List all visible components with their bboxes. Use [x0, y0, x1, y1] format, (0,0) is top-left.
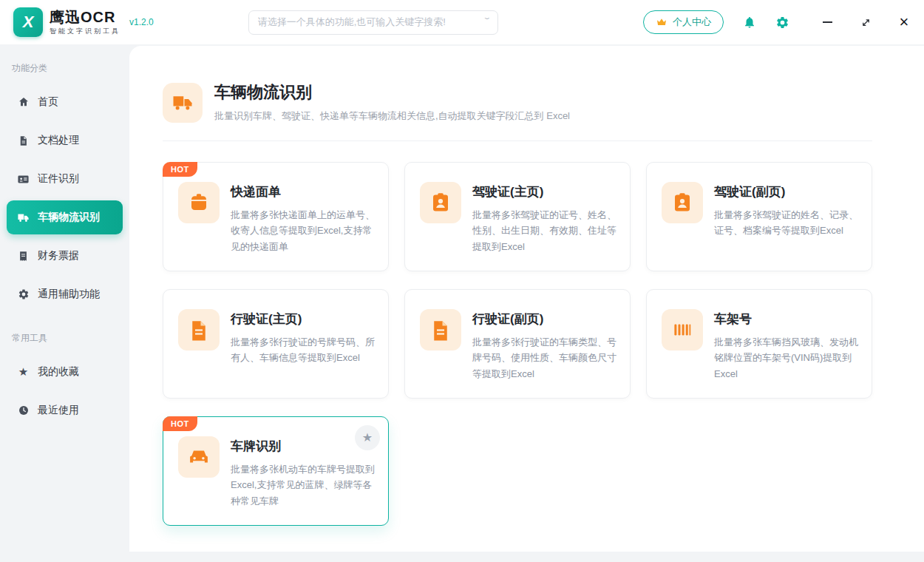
card-text: 车架号 批量将多张车辆挡风玻璃、发动机铭牌位置的车架号(VIN码)提取到Exce… — [714, 309, 860, 382]
sidebar-item-favorites[interactable]: ★ 我的收藏 — [7, 355, 123, 389]
gear-icon — [17, 288, 30, 301]
receipt-icon — [17, 250, 30, 263]
id-card-icon — [17, 173, 30, 186]
page-subtitle: 批量识别车牌、驾驶证、快递单等车辆物流相关信息,自动提取关键字段汇总到 Exce… — [214, 109, 570, 123]
topbar-actions: 个人中心 × — [643, 10, 911, 34]
crown-icon — [656, 16, 667, 28]
card-vehicle-license-sub[interactable]: 行驶证(副页) 批量将多张行驶证的车辆类型、号牌号码、使用性质、车辆颜色尺寸等提… — [404, 289, 631, 399]
sidebar-item-label: 首页 — [38, 95, 58, 109]
hot-badge: HOT — [163, 416, 197, 431]
document-icon — [17, 135, 30, 147]
resize-icon — [860, 17, 872, 28]
sidebar: 功能分类 首页 文档处理 证件识别 车辆物流识别 财务票据 通用辅助功 — [0, 44, 129, 562]
main-panel: 车辆物流识别 批量识别车牌、驾驶证、快递单等车辆物流相关信息,自动提取关键字段汇… — [129, 46, 924, 552]
sidebar-item-recent[interactable]: 最近使用 — [7, 393, 123, 427]
page-header-text: 车辆物流识别 批量识别车牌、驾驶证、快递单等车辆物流相关信息,自动提取关键字段汇… — [214, 83, 570, 123]
card-vin[interactable]: 车架号 批量将多张车辆挡风玻璃、发动机铭牌位置的车架号(VIN码)提取到Exce… — [646, 289, 872, 399]
close-button[interactable]: × — [897, 16, 911, 29]
barcode-icon — [662, 309, 703, 351]
truck-icon — [163, 83, 203, 123]
topbar: X 鹰迅OCR 智能文字识别工具 v1.2.0 请选择一个具体的功能,也可输入关… — [0, 0, 924, 44]
sidebar-section-tools-label: 常用工具 — [0, 325, 129, 351]
card-description: 批量将多张快递面单上的运单号、收寄人信息等提取到Excel,支持常见的快递面单 — [231, 207, 376, 254]
card-description: 批量将多张车辆挡风玻璃、发动机铭牌位置的车架号(VIN码)提取到Excel — [714, 334, 860, 382]
card-text: 快递面单 批量将多张快递面单上的运单号、收寄人信息等提取到Excel,支持常见的… — [231, 182, 376, 254]
sidebar-item-label: 车辆物流识别 — [38, 211, 100, 224]
sidebar-item-id-recognition[interactable]: 证件识别 — [7, 162, 123, 196]
sidebar-item-home[interactable]: 首页 — [7, 85, 123, 119]
sidebar-item-label: 通用辅助功能 — [38, 288, 100, 301]
sidebar-section-functions-label: 功能分类 — [0, 55, 129, 81]
minimize-icon — [823, 21, 832, 23]
app-subtitle: 智能文字识别工具 — [50, 27, 120, 36]
id-badge-icon — [662, 182, 703, 223]
brand: X 鹰迅OCR 智能文字识别工具 v1.2.0 — [13, 7, 154, 37]
clock-icon — [17, 404, 30, 417]
resize-button[interactable] — [859, 16, 872, 29]
hot-badge: HOT — [163, 162, 197, 177]
file-icon — [178, 309, 220, 351]
settings-gear-icon[interactable] — [775, 16, 789, 30]
favorite-star-button[interactable]: ★ — [355, 425, 380, 450]
window-controls: × — [821, 16, 911, 29]
home-icon — [17, 96, 30, 109]
card-vehicle-license-main[interactable]: 行驶证(主页) 批量将多张行驶证的号牌号码、所有人、车辆信息等提取到Excel — [163, 289, 389, 399]
sidebar-item-label: 最近使用 — [38, 404, 79, 417]
id-badge-icon — [420, 182, 461, 223]
card-title: 行驶证(主页) — [231, 311, 376, 328]
card-text: 行驶证(主页) 批量将多张行驶证的号牌号码、所有人、车辆信息等提取到Excel — [231, 309, 376, 366]
page-header: 车辆物流识别 批量识别车牌、驾驶证、快递单等车辆物流相关信息,自动提取关键字段汇… — [163, 83, 872, 123]
sidebar-item-label: 文档处理 — [38, 134, 79, 147]
sidebar-item-label: 财务票据 — [38, 249, 79, 263]
card-text: 车牌识别 批量将多张机动车的车牌号提取到Excel,支持常见的蓝牌、绿牌等各种常… — [231, 436, 376, 509]
sidebar-item-label: 证件识别 — [38, 172, 79, 186]
user-center-label: 个人中心 — [673, 16, 711, 29]
function-search-select[interactable]: 请选择一个具体的功能,也可输入关键字搜索! ˇ — [248, 10, 498, 35]
sidebar-item-label: 我的收藏 — [38, 365, 79, 379]
card-description: 批量将多张行驶证的车辆类型、号牌号码、使用性质、车辆颜色尺寸等提取到Excel — [472, 334, 618, 382]
app-name: 鹰迅OCR — [50, 9, 120, 25]
sidebar-item-general-tools[interactable]: 通用辅助功能 — [7, 277, 123, 311]
notifications-bell-icon[interactable] — [743, 16, 756, 29]
card-driver-license-main[interactable]: 驾驶证(主页) 批量将多张驾驶证的证号、姓名、性别、出生日期、有效期、住址等提取… — [404, 162, 631, 271]
app-logo-icon: X — [13, 7, 43, 37]
card-title: 驾驶证(主页) — [472, 183, 618, 200]
file-icon — [420, 309, 461, 351]
card-text: 驾驶证(副页) 批量将多张驾驶证的姓名、记录、证号、档案编号等提取到Excel — [714, 182, 860, 239]
car-icon — [178, 436, 220, 478]
user-center-button[interactable]: 个人中心 — [643, 10, 724, 34]
minimize-button[interactable] — [821, 16, 834, 29]
card-title: 车架号 — [714, 311, 860, 328]
card-plate-recognition[interactable]: HOT ★ 车牌识别 批量将多张机动车的车牌号提取到Excel,支持常见的蓝牌、… — [163, 416, 389, 526]
card-description: 批量将多张行驶证的号牌号码、所有人、车辆信息等提取到Excel — [231, 334, 376, 366]
search-placeholder: 请选择一个具体的功能,也可输入关键字搜索! — [258, 16, 486, 29]
truck-icon — [17, 211, 30, 224]
app-version: v1.2.0 — [129, 17, 154, 27]
page-title: 车辆物流识别 — [214, 83, 570, 102]
card-driver-license-sub[interactable]: 驾驶证(副页) 批量将多张驾驶证的姓名、记录、证号、档案编号等提取到Excel — [646, 162, 872, 271]
card-title: 行驶证(副页) — [472, 311, 618, 328]
sidebar-item-documents[interactable]: 文档处理 — [7, 123, 123, 158]
card-description: 批量将多张驾驶证的证号、姓名、性别、出生日期、有效期、住址等提取到Excel — [472, 207, 618, 254]
close-icon: × — [900, 16, 909, 29]
brand-text: 鹰迅OCR 智能文字识别工具 — [50, 9, 120, 36]
star-icon: ★ — [17, 366, 30, 379]
card-description: 批量将多张机动车的车牌号提取到Excel,支持常见的蓝牌、绿牌等各种常见车牌 — [231, 461, 376, 509]
card-text: 行驶证(副页) 批量将多张行驶证的车辆类型、号牌号码、使用性质、车辆颜色尺寸等提… — [472, 309, 618, 382]
divider — [163, 140, 872, 141]
card-title: 驾驶证(副页) — [714, 183, 860, 200]
sidebar-item-finance[interactable]: 财务票据 — [7, 239, 123, 273]
card-title: 快递面单 — [231, 183, 376, 200]
sidebar-item-vehicle-logistics[interactable]: 车辆物流识别 — [7, 200, 123, 234]
card-text: 驾驶证(主页) 批量将多张驾驶证的证号、姓名、性别、出生日期、有效期、住址等提取… — [472, 182, 618, 254]
card-description: 批量将多张驾驶证的姓名、记录、证号、档案编号等提取到Excel — [714, 207, 860, 239]
package-icon — [178, 182, 220, 223]
card-express-sheet[interactable]: HOT 快递面单 批量将多张快递面单上的运单号、收寄人信息等提取到Excel,支… — [163, 162, 389, 271]
function-cards-grid: HOT 快递面单 批量将多张快递面单上的运单号、收寄人信息等提取到Excel,支… — [163, 162, 872, 526]
chevron-down-icon: ˇ — [485, 17, 489, 27]
